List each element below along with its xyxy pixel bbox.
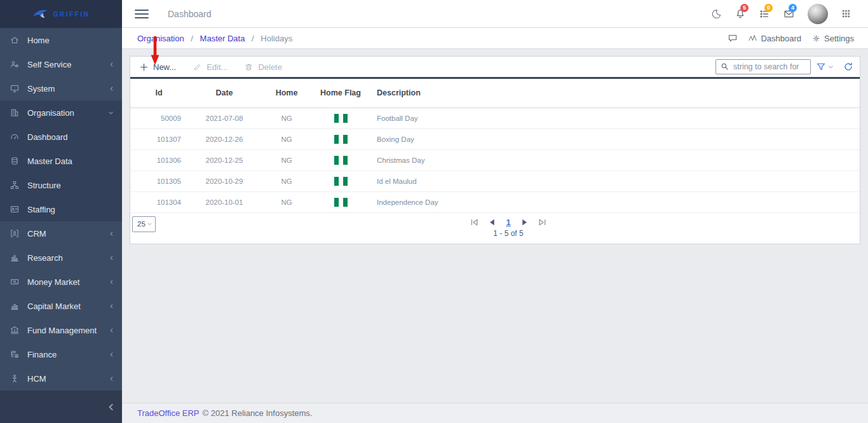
topbar: Dashboard 5 0 4 — [122, 0, 868, 28]
sidebar: GRIFFIN HomeSelf ServiceSystemOrganisati… — [0, 0, 122, 423]
next-page-button[interactable] — [520, 218, 529, 226]
footer-brand-link[interactable]: TradeOffice ERP — [137, 408, 200, 418]
refresh-icon — [843, 62, 853, 72]
column-header-home[interactable]: Home — [261, 79, 312, 107]
sidebar-item-research[interactable]: Research — [0, 246, 122, 270]
cell-description: Id el Maulud — [369, 170, 860, 191]
sidebar-item-crm[interactable]: CRM — [0, 221, 122, 246]
sidebar-item-finance[interactable]: Finance — [0, 342, 122, 366]
sidebar-item-structure[interactable]: Structure — [0, 173, 122, 197]
cell-id: 101304 — [130, 191, 187, 212]
toolbar-right — [715, 59, 853, 74]
chevron-left-icon — [109, 85, 114, 92]
sidebar-item-master-data[interactable]: Master Data — [0, 149, 122, 173]
search-input[interactable] — [715, 59, 811, 74]
new-button[interactable]: New... — [139, 62, 176, 72]
refresh-button[interactable] — [843, 62, 853, 72]
hamburger-menu-button[interactable] — [135, 10, 149, 18]
previous-page-button[interactable] — [488, 218, 496, 226]
filter-button[interactable] — [816, 62, 834, 72]
table-row[interactable]: 1013042020-10-01NGIndependence Day — [130, 191, 860, 212]
dashboard-link[interactable]: Dashboard — [748, 34, 801, 43]
cell-home: NG — [261, 191, 312, 212]
table-row[interactable]: 1013062020-12-25NGChristmas Day — [130, 149, 860, 170]
search-box — [715, 59, 811, 74]
breadcrumb-separator: / — [252, 34, 254, 43]
staffing-icon — [10, 204, 20, 214]
cell-date: 2020-12-26 — [187, 128, 261, 149]
chevron-down-icon[interactable] — [827, 64, 834, 71]
dashboard-icon — [10, 132, 20, 142]
column-header-description[interactable]: Description — [369, 79, 860, 107]
column-header-date[interactable]: Date — [187, 79, 261, 107]
griffin-bird-icon — [32, 8, 49, 20]
sidebar-item-organisation[interactable]: Organisation — [0, 101, 122, 125]
comment-icon — [728, 33, 738, 43]
breadcrumb-organisation[interactable]: Organisation — [137, 34, 184, 43]
filter-funnel-icon — [816, 62, 826, 72]
content-area: New... Edit... Delete — [122, 49, 868, 403]
sidebar-item-hcm[interactable]: HCM — [0, 366, 122, 391]
search-icon — [720, 62, 729, 71]
cell-home: NG — [261, 128, 312, 149]
breadcrumb-actions: Dashboard Settings — [728, 33, 854, 43]
last-page-button[interactable] — [538, 218, 546, 226]
settings-link[interactable]: Settings — [811, 34, 854, 43]
sidebar-minimizer[interactable] — [0, 391, 122, 423]
sidebar-item-money-market[interactable]: Money Market — [0, 270, 122, 294]
sidebar-item-dashboard[interactable]: Dashboard — [0, 125, 122, 149]
tasks-button[interactable]: 0 — [759, 8, 770, 20]
topbar-actions: 5 0 4 — [710, 4, 868, 24]
dark-mode-toggle[interactable] — [710, 8, 722, 20]
cell-home-flag — [312, 191, 369, 212]
comments-button[interactable] — [728, 33, 738, 43]
cell-id: 101306 — [130, 149, 187, 170]
table-row[interactable]: 1013052020-10-29NGId el Maulud — [130, 170, 860, 191]
current-page-number[interactable]: 1 — [506, 218, 510, 226]
messages-badge: 4 — [789, 4, 797, 12]
cell-description: Independence Day — [369, 191, 860, 212]
research-icon — [10, 253, 20, 263]
table-row[interactable]: 1013072020-12-26NGBoxing Day — [130, 128, 860, 149]
sidebar-item-fund-management[interactable]: Fund Management — [0, 318, 122, 342]
cell-date: 2020-12-25 — [187, 149, 261, 170]
sidebar-item-home[interactable]: Home — [0, 28, 122, 52]
breadcrumb-bar: Organisation / Master Data / Holidays Da… — [122, 28, 868, 49]
home-icon — [10, 35, 20, 45]
sidebar-item-system[interactable]: System — [0, 76, 122, 101]
column-header-id[interactable]: Id — [130, 79, 187, 107]
first-page-button[interactable] — [470, 218, 478, 226]
column-header-home-flag[interactable]: Home Flag — [312, 79, 369, 107]
notifications-button[interactable]: 5 — [735, 8, 746, 20]
cell-id: 101305 — [130, 170, 187, 191]
messages-button[interactable]: 4 — [783, 8, 795, 20]
app-window: GRIFFIN HomeSelf ServiceSystemOrganisati… — [0, 0, 868, 423]
chevron-left-icon — [109, 351, 114, 358]
pencil-icon — [193, 62, 202, 72]
table-row[interactable]: 500092021-07-08NGFootball Day — [130, 107, 860, 128]
cell-id: 50009 — [130, 107, 187, 128]
brand-name: GRIFFIN — [53, 11, 90, 18]
edit-button[interactable]: Edit... — [193, 62, 227, 72]
sidebar-item-label: Money Market — [27, 277, 109, 287]
structure-icon — [10, 180, 20, 190]
sidebar-item-label: Organisation — [27, 108, 107, 118]
breadcrumb-master-data[interactable]: Master Data — [200, 34, 245, 43]
chevron-left-icon — [109, 230, 114, 237]
edit-button-label: Edit... — [207, 62, 227, 72]
sidebar-item-self-service[interactable]: Self Service — [0, 52, 122, 76]
settings-link-label: Settings — [824, 34, 854, 43]
moon-icon — [710, 8, 722, 20]
sidebar-item-capital-market[interactable]: Capital Market — [0, 294, 122, 318]
breadcrumb-separator: / — [191, 34, 193, 43]
cell-date: 2020-10-29 — [187, 170, 261, 191]
chevron-left-icon — [109, 61, 114, 68]
delete-button[interactable]: Delete — [244, 62, 282, 72]
grid-pagination: 25 1 — [130, 213, 860, 244]
user-avatar[interactable] — [808, 4, 828, 24]
nigeria-flag — [334, 177, 348, 186]
apps-menu-button[interactable] — [841, 8, 851, 19]
holidays-table: Id Date Home Home Flag Description 50009… — [130, 79, 860, 213]
sidebar-item-staffing[interactable]: Staffing — [0, 197, 122, 221]
breadcrumb: Organisation / Master Data / Holidays — [137, 34, 292, 43]
